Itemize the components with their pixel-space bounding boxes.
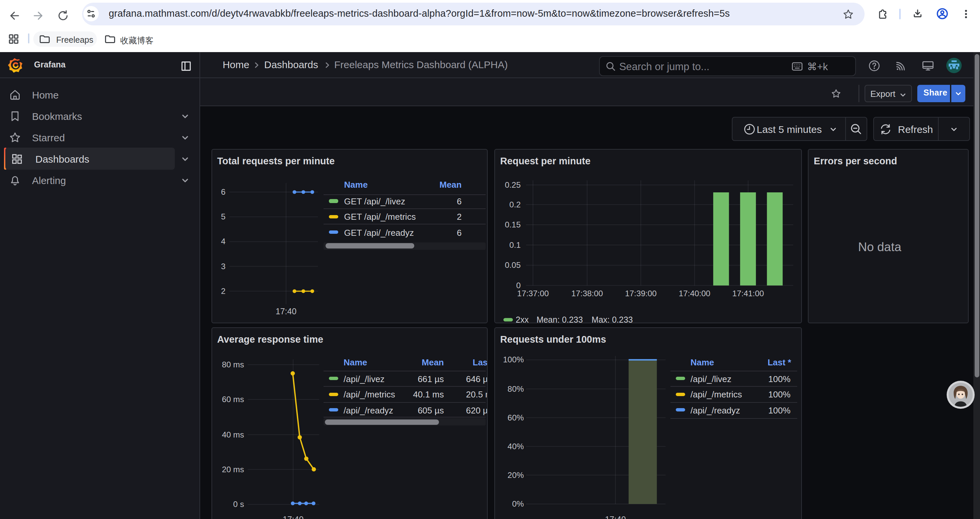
svg-text:3: 3 — [221, 262, 225, 271]
svg-text:100%: 100% — [503, 355, 524, 364]
svg-text:2xx: 2xx — [516, 315, 529, 323]
svg-text:40 ms: 40 ms — [221, 430, 243, 439]
svg-text:Max: 0.233: Max: 0.233 — [592, 315, 633, 323]
svg-text:20%: 20% — [508, 471, 524, 480]
svg-text:Mean: 0.233: Mean: 0.233 — [536, 315, 583, 323]
svg-text:17:38:00: 17:38:00 — [571, 289, 603, 298]
svg-text:17:37:00: 17:37:00 — [517, 289, 549, 298]
svg-text:0.25: 0.25 — [505, 180, 520, 189]
svg-text:4: 4 — [221, 237, 225, 246]
svg-text:17:40: 17:40 — [275, 307, 296, 316]
svg-text:0.1: 0.1 — [509, 241, 521, 249]
svg-text:80%: 80% — [508, 385, 524, 393]
svg-text:17:41:00: 17:41:00 — [732, 289, 764, 298]
svg-text:0%: 0% — [512, 499, 524, 508]
svg-text:6: 6 — [221, 187, 225, 196]
svg-text:5: 5 — [221, 212, 225, 221]
svg-text:17:40: 17:40 — [605, 515, 626, 519]
svg-text:80 ms: 80 ms — [221, 360, 243, 369]
svg-text:0.15: 0.15 — [505, 220, 520, 229]
svg-text:20 ms: 20 ms — [221, 465, 243, 474]
svg-text:17:40:00: 17:40:00 — [678, 289, 710, 298]
svg-text:0.2: 0.2 — [509, 200, 521, 209]
svg-text:17:39:00: 17:39:00 — [625, 289, 657, 298]
svg-text:60%: 60% — [508, 413, 524, 422]
svg-text:40%: 40% — [508, 442, 524, 451]
svg-text:0 s: 0 s — [233, 500, 244, 509]
svg-text:0: 0 — [516, 281, 521, 290]
svg-text:60 ms: 60 ms — [221, 395, 243, 404]
svg-text:0.05: 0.05 — [505, 260, 520, 270]
svg-text:17:40: 17:40 — [283, 515, 304, 519]
svg-text:2: 2 — [221, 287, 225, 295]
